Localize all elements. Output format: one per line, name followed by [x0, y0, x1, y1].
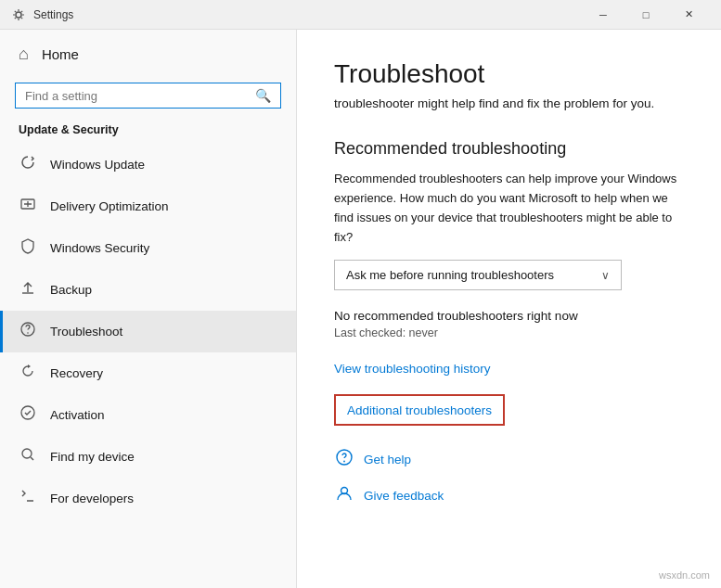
sidebar-home-label: Home [42, 46, 79, 62]
additional-troubleshooters-box: Additional troubleshooters [334, 394, 505, 426]
search-input[interactable] [25, 89, 248, 103]
svg-point-4 [21, 406, 34, 419]
sidebar-section-title: Update & Security [0, 120, 296, 144]
sidebar-item-troubleshoot[interactable]: Troubleshoot [0, 311, 296, 352]
sidebar-item-label: Backup [50, 283, 92, 297]
sidebar-item-label: For developers [50, 492, 134, 505]
app-body: ⌂ Home 🔍 Update & Security Windows Updat… [0, 30, 721, 588]
svg-point-5 [22, 449, 32, 458]
svg-point-3 [27, 332, 29, 334]
give-feedback-label: Give feedback [364, 489, 444, 503]
view-history-link[interactable]: View troubleshooting history [334, 362, 684, 376]
get-help-item[interactable]: Get help [334, 448, 684, 471]
troubleshooter-dropdown[interactable]: Ask me before running troubleshooters ∨ [334, 260, 622, 290]
delivery-optimization-icon [19, 196, 37, 217]
svg-point-0 [16, 12, 21, 18]
windows-security-icon [19, 237, 37, 259]
sidebar-item-label: Recovery [50, 366, 103, 380]
sidebar-item-label: Find my device [50, 450, 135, 464]
settings-window-icon [11, 7, 26, 22]
get-help-label: Get help [364, 453, 411, 467]
windows-update-icon [19, 154, 37, 175]
give-feedback-icon [334, 484, 354, 507]
give-feedback-item[interactable]: Give feedback [334, 484, 684, 507]
sidebar-item-for-developers[interactable]: For developers [0, 478, 296, 519]
find-my-device-icon [19, 446, 37, 467]
sidebar-item-label: Troubleshoot [50, 325, 122, 339]
sidebar: ⌂ Home 🔍 Update & Security Windows Updat… [0, 30, 297, 588]
main-content: Troubleshoot troubleshooter might help f… [297, 30, 721, 588]
sidebar-item-label: Windows Security [50, 241, 149, 255]
minimize-button[interactable]: ─ [582, 0, 624, 30]
sidebar-item-windows-update[interactable]: Windows Update [0, 144, 296, 185]
recommended-section-title: Recommended troubleshooting [334, 139, 684, 159]
title-bar-left: Settings [11, 7, 73, 22]
sidebar-item-label: Windows Update [50, 158, 145, 172]
sidebar-item-find-my-device[interactable]: Find my device [0, 436, 296, 478]
for-developers-icon [19, 488, 37, 509]
search-icon: 🔍 [255, 88, 271, 103]
chevron-down-icon: ∨ [601, 269, 610, 282]
sidebar-item-label: Delivery Optimization [50, 199, 169, 213]
sidebar-home-item[interactable]: ⌂ Home [0, 30, 296, 79]
page-subtitle: troubleshooter might help find and fix t… [334, 95, 684, 113]
home-icon: ⌂ [19, 45, 29, 64]
backup-icon [19, 279, 37, 300]
sidebar-item-activation[interactable]: Activation [0, 394, 296, 436]
watermark: wsxdn.com [659, 569, 710, 581]
search-box[interactable]: 🔍 [15, 83, 281, 109]
sidebar-item-delivery-optimization[interactable]: Delivery Optimization [0, 185, 296, 227]
get-help-icon [334, 448, 354, 471]
sidebar-item-windows-security[interactable]: Windows Security [0, 227, 296, 269]
activation-icon [19, 404, 37, 426]
dropdown-value: Ask me before running troubleshooters [346, 268, 554, 282]
recovery-icon [19, 363, 37, 384]
title-bar-title: Settings [33, 8, 73, 21]
sidebar-item-recovery[interactable]: Recovery [0, 352, 296, 394]
page-title: Troubleshoot [334, 59, 684, 89]
sidebar-item-backup[interactable]: Backup [0, 269, 296, 311]
troubleshoot-icon [19, 321, 37, 342]
svg-point-7 [343, 461, 345, 463]
title-bar: Settings ─ □ ✕ [0, 0, 721, 30]
additional-troubleshooters-link[interactable]: Additional troubleshooters [347, 403, 492, 417]
last-checked-text: Last checked: never [334, 326, 684, 339]
status-text: No recommended troubleshooters right now [334, 309, 684, 323]
section-description: Recommended troubleshooters can help imp… [334, 170, 684, 247]
sidebar-item-label: Activation [50, 408, 105, 422]
maximize-button[interactable]: □ [624, 0, 667, 30]
close-button[interactable]: ✕ [667, 0, 710, 30]
title-bar-controls: ─ □ ✕ [582, 0, 710, 30]
